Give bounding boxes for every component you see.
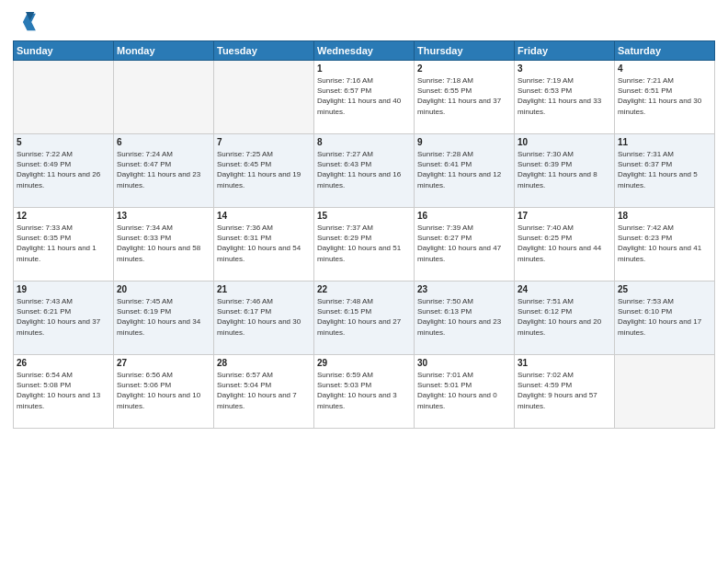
day-number: 18: [618, 211, 711, 221]
day-info: Sunrise: 7:19 AM Sunset: 6:53 PM Dayligh…: [518, 75, 611, 117]
logo-icon: [13, 9, 39, 35]
weekday-header-saturday: Saturday: [615, 41, 715, 61]
day-number: 10: [518, 137, 611, 147]
day-number: 4: [618, 63, 711, 74]
calendar-cell: 11Sunrise: 7:31 AM Sunset: 6:37 PM Dayli…: [615, 134, 715, 208]
calendar-cell: 2Sunrise: 7:18 AM Sunset: 6:55 PM Daylig…: [415, 61, 515, 134]
day-number: 17: [518, 211, 611, 221]
calendar-cell: [214, 61, 314, 134]
day-number: 2: [417, 63, 511, 74]
weekday-header-row: SundayMondayTuesdayWednesdayThursdayFrid…: [14, 41, 715, 61]
calendar-table: SundayMondayTuesdayWednesdayThursdayFrid…: [13, 40, 715, 429]
day-info: Sunrise: 7:53 AM Sunset: 6:10 PM Dayligh…: [618, 296, 711, 338]
day-number: 5: [17, 137, 110, 147]
day-number: 19: [17, 284, 110, 294]
weekday-header-sunday: Sunday: [14, 41, 114, 61]
day-info: Sunrise: 7:45 AM Sunset: 6:19 PM Dayligh…: [117, 296, 210, 338]
calendar-cell: 3Sunrise: 7:19 AM Sunset: 6:53 PM Daylig…: [515, 61, 615, 134]
day-number: 16: [417, 211, 511, 221]
day-number: 6: [117, 137, 210, 147]
day-number: 27: [117, 358, 210, 368]
calendar-cell: 10Sunrise: 7:30 AM Sunset: 6:39 PM Dayli…: [515, 134, 615, 208]
day-number: 20: [117, 284, 210, 294]
day-info: Sunrise: 7:27 AM Sunset: 6:43 PM Dayligh…: [317, 149, 411, 190]
calendar-cell: 5Sunrise: 7:22 AM Sunset: 6:49 PM Daylig…: [14, 134, 114, 208]
calendar-cell: 22Sunrise: 7:48 AM Sunset: 6:15 PM Dayli…: [314, 282, 415, 355]
day-number: 9: [417, 137, 511, 147]
calendar-cell: 21Sunrise: 7:46 AM Sunset: 6:17 PM Dayli…: [214, 282, 314, 355]
day-info: Sunrise: 7:18 AM Sunset: 6:55 PM Dayligh…: [417, 75, 511, 117]
calendar-cell: 4Sunrise: 7:21 AM Sunset: 6:51 PM Daylig…: [615, 61, 715, 134]
day-number: 25: [618, 284, 711, 294]
day-number: 21: [217, 284, 311, 294]
calendar-cell: 23Sunrise: 7:50 AM Sunset: 6:13 PM Dayli…: [415, 282, 515, 355]
calendar-cell: 12Sunrise: 7:33 AM Sunset: 6:35 PM Dayli…: [14, 208, 114, 282]
weekday-header-monday: Monday: [114, 41, 214, 61]
day-number: 14: [217, 211, 311, 221]
calendar-cell: 19Sunrise: 7:43 AM Sunset: 6:21 PM Dayli…: [14, 282, 114, 355]
calendar-cell: 29Sunrise: 6:59 AM Sunset: 5:03 PM Dayli…: [314, 355, 415, 429]
week-row-4: 26Sunrise: 6:54 AM Sunset: 5:08 PM Dayli…: [14, 355, 715, 429]
day-info: Sunrise: 7:16 AM Sunset: 6:57 PM Dayligh…: [317, 75, 411, 117]
calendar-cell: 20Sunrise: 7:45 AM Sunset: 6:19 PM Dayli…: [114, 282, 214, 355]
day-number: 7: [217, 137, 311, 147]
day-info: Sunrise: 7:46 AM Sunset: 6:17 PM Dayligh…: [217, 296, 311, 338]
day-number: 1: [317, 63, 411, 74]
day-info: Sunrise: 7:37 AM Sunset: 6:29 PM Dayligh…: [317, 223, 411, 264]
day-number: 29: [317, 358, 411, 368]
week-row-3: 19Sunrise: 7:43 AM Sunset: 6:21 PM Dayli…: [14, 282, 715, 355]
day-info: Sunrise: 7:01 AM Sunset: 5:01 PM Dayligh…: [417, 370, 511, 411]
day-number: 31: [518, 358, 611, 368]
calendar-cell: 9Sunrise: 7:28 AM Sunset: 6:41 PM Daylig…: [415, 134, 515, 208]
day-info: Sunrise: 7:22 AM Sunset: 6:49 PM Dayligh…: [17, 149, 110, 190]
day-info: Sunrise: 7:21 AM Sunset: 6:51 PM Dayligh…: [618, 75, 711, 117]
calendar-cell: 27Sunrise: 6:56 AM Sunset: 5:06 PM Dayli…: [114, 355, 214, 429]
day-number: 26: [17, 358, 110, 368]
week-row-2: 12Sunrise: 7:33 AM Sunset: 6:35 PM Dayli…: [14, 208, 715, 282]
day-number: 3: [518, 63, 611, 74]
day-number: 24: [518, 284, 611, 294]
day-info: Sunrise: 7:30 AM Sunset: 6:39 PM Dayligh…: [518, 149, 611, 190]
day-info: Sunrise: 6:57 AM Sunset: 5:04 PM Dayligh…: [217, 370, 311, 411]
day-number: 12: [17, 211, 110, 221]
day-number: 30: [417, 358, 511, 368]
day-info: Sunrise: 6:56 AM Sunset: 5:06 PM Dayligh…: [117, 370, 210, 411]
weekday-header-tuesday: Tuesday: [214, 41, 314, 61]
calendar-cell: [615, 355, 715, 429]
day-info: Sunrise: 7:36 AM Sunset: 6:31 PM Dayligh…: [217, 223, 311, 264]
day-info: Sunrise: 7:34 AM Sunset: 6:33 PM Dayligh…: [117, 223, 210, 264]
page: SundayMondayTuesdayWednesdayThursdayFrid…: [0, 0, 728, 563]
day-number: 15: [317, 211, 411, 221]
calendar-cell: 26Sunrise: 6:54 AM Sunset: 5:08 PM Dayli…: [14, 355, 114, 429]
day-number: 22: [317, 284, 411, 294]
logo: [13, 9, 42, 35]
day-info: Sunrise: 7:50 AM Sunset: 6:13 PM Dayligh…: [417, 296, 511, 338]
calendar-cell: 17Sunrise: 7:40 AM Sunset: 6:25 PM Dayli…: [515, 208, 615, 282]
day-info: Sunrise: 7:39 AM Sunset: 6:27 PM Dayligh…: [417, 223, 511, 264]
calendar-cell: 25Sunrise: 7:53 AM Sunset: 6:10 PM Dayli…: [615, 282, 715, 355]
calendar-cell: [114, 61, 214, 134]
day-number: 8: [317, 137, 411, 147]
day-number: 11: [618, 137, 711, 147]
calendar-cell: [14, 61, 114, 134]
calendar-cell: 14Sunrise: 7:36 AM Sunset: 6:31 PM Dayli…: [214, 208, 314, 282]
weekday-header-friday: Friday: [515, 41, 615, 61]
day-info: Sunrise: 7:24 AM Sunset: 6:47 PM Dayligh…: [117, 149, 210, 190]
calendar-cell: 7Sunrise: 7:25 AM Sunset: 6:45 PM Daylig…: [214, 134, 314, 208]
day-info: Sunrise: 7:43 AM Sunset: 6:21 PM Dayligh…: [17, 296, 110, 338]
week-row-1: 5Sunrise: 7:22 AM Sunset: 6:49 PM Daylig…: [14, 134, 715, 208]
day-number: 28: [217, 358, 311, 368]
day-info: Sunrise: 6:54 AM Sunset: 5:08 PM Dayligh…: [17, 370, 110, 411]
calendar-cell: 30Sunrise: 7:01 AM Sunset: 5:01 PM Dayli…: [415, 355, 515, 429]
header: [13, 9, 715, 35]
day-info: Sunrise: 7:31 AM Sunset: 6:37 PM Dayligh…: [618, 149, 711, 190]
day-number: 23: [417, 284, 511, 294]
day-info: Sunrise: 7:28 AM Sunset: 6:41 PM Dayligh…: [417, 149, 511, 190]
day-info: Sunrise: 7:42 AM Sunset: 6:23 PM Dayligh…: [618, 223, 711, 264]
calendar-cell: 16Sunrise: 7:39 AM Sunset: 6:27 PM Dayli…: [415, 208, 515, 282]
calendar-cell: 8Sunrise: 7:27 AM Sunset: 6:43 PM Daylig…: [314, 134, 415, 208]
calendar-cell: 15Sunrise: 7:37 AM Sunset: 6:29 PM Dayli…: [314, 208, 415, 282]
day-info: Sunrise: 7:25 AM Sunset: 6:45 PM Dayligh…: [217, 149, 311, 190]
calendar-cell: 18Sunrise: 7:42 AM Sunset: 6:23 PM Dayli…: [615, 208, 715, 282]
calendar-cell: 1Sunrise: 7:16 AM Sunset: 6:57 PM Daylig…: [314, 61, 415, 134]
